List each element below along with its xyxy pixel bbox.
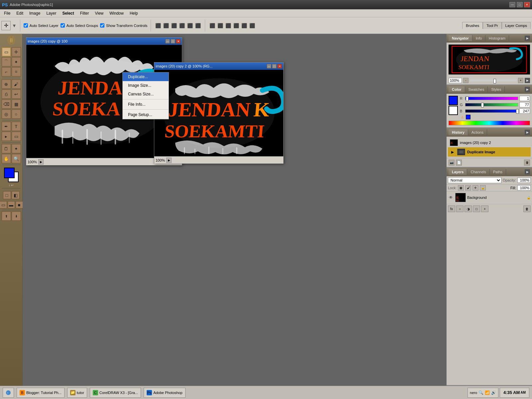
ctx-page-setup[interactable]: Page Setup...: [123, 110, 169, 119]
paths-tab[interactable]: Paths: [490, 169, 506, 175]
nav-expand-btn2[interactable]: ▶: [525, 78, 530, 83]
close-button[interactable]: ✕: [524, 2, 530, 7]
foreground-color-swatch[interactable]: [4, 168, 15, 178]
menu-file[interactable]: File: [1, 10, 13, 16]
rectangle-select-tool[interactable]: ▭: [2, 47, 11, 57]
align-vert-center-icon[interactable]: ⬛: [162, 22, 170, 29]
dist-bottom-icon[interactable]: ⬛: [224, 22, 232, 29]
zoom-input[interactable]: [449, 78, 462, 83]
align-right-icon[interactable]: ⬛: [194, 22, 201, 29]
heal-brush-tool[interactable]: ⊕: [2, 79, 11, 89]
standard-screen-btn[interactable]: ▭: [0, 201, 7, 208]
full-screen-btn[interactable]: ■: [16, 201, 23, 208]
ctx-file-info[interactable]: File Info...: [123, 100, 169, 109]
layer-background[interactable]: 👁 JE SO Background 🔒: [447, 192, 532, 204]
move-tool[interactable]: ✛: [12, 47, 21, 57]
tool-presets-tab[interactable]: Tool Pr: [483, 22, 501, 29]
dist-left-icon[interactable]: ⬛: [232, 22, 240, 29]
doc-2-maximize[interactable]: □: [272, 64, 277, 68]
navigator-tab[interactable]: Navigator: [449, 35, 472, 41]
delete-state-btn[interactable]: 🗑: [524, 160, 530, 166]
zoom-tool[interactable]: 🔍: [12, 154, 21, 163]
menu-image[interactable]: Image: [27, 10, 43, 16]
eraser-tool[interactable]: ⌫: [2, 99, 11, 109]
doc-1-status-btn[interactable]: ▶: [38, 159, 44, 165]
doc-2-minimize[interactable]: —: [267, 64, 271, 68]
r-slider-thumb[interactable]: [466, 96, 468, 101]
lock-paint-btn[interactable]: 🖌: [465, 185, 471, 191]
align-horiz-center-icon[interactable]: ⬛: [186, 22, 194, 29]
crop-tool[interactable]: ⌐: [2, 67, 11, 76]
menu-layer[interactable]: Layer: [44, 10, 59, 16]
extra-btn[interactable]: ⬇: [12, 211, 21, 221]
doc-2-close[interactable]: ✕: [277, 64, 282, 68]
menu-window[interactable]: Window: [107, 10, 126, 16]
menu-help[interactable]: Help: [127, 10, 141, 16]
color-tab[interactable]: Color: [449, 86, 465, 92]
menu-filter[interactable]: Filter: [77, 10, 92, 16]
notes-tool[interactable]: 🗒: [2, 144, 11, 153]
history-tab[interactable]: History: [449, 129, 468, 135]
dist-right-icon[interactable]: ⬛: [248, 22, 256, 29]
styles-tab[interactable]: Styles: [488, 86, 505, 92]
taskbar-blogger[interactable]: B Blogger: Tutorial Ph...: [17, 388, 65, 398]
magic-wand-tool[interactable]: ✦: [12, 57, 21, 66]
color-swatch[interactable]: [4, 168, 19, 182]
history-item-2[interactable]: ▶ Duplicate Image: [448, 147, 531, 157]
show-transform-checkbox[interactable]: [100, 23, 104, 28]
new-layer-btn[interactable]: +: [481, 205, 488, 212]
doc-1-close[interactable]: ✕: [176, 39, 181, 44]
background-color-preview[interactable]: [449, 106, 458, 115]
hand-tool[interactable]: ✋: [2, 154, 11, 163]
align-left-icon[interactable]: ⬛: [178, 22, 186, 29]
blur-tool[interactable]: ◎: [2, 109, 11, 119]
gradient-tool[interactable]: ▦: [12, 99, 21, 109]
taskbar-coreldraw[interactable]: C CorelDRAW X3 - [Gra...: [90, 388, 141, 398]
align-bottom-icon[interactable]: ⬛: [170, 22, 178, 29]
lock-transparency-btn[interactable]: ▦: [458, 185, 464, 191]
blend-mode-select[interactable]: Normal: [448, 177, 501, 183]
taskbar-photoshop[interactable]: Ps Adobe Photoshop: [144, 388, 185, 398]
dist-vert-icon[interactable]: ⬛: [216, 22, 224, 29]
history-expand-btn[interactable]: ▶: [525, 130, 530, 135]
g-slider-thumb[interactable]: [481, 103, 484, 107]
r-value-input[interactable]: 1: [519, 96, 530, 101]
swatches-tab[interactable]: Swatches: [465, 86, 488, 92]
ctx-image-size[interactable]: Image Size...: [123, 81, 169, 90]
adjustment-layer-btn[interactable]: ◑: [465, 205, 472, 212]
histogram-tab[interactable]: Histogram: [485, 35, 509, 41]
layers-expand-btn[interactable]: ▶: [525, 169, 530, 175]
r-slider-track[interactable]: [465, 97, 518, 100]
layer-styles-btn[interactable]: fx: [448, 205, 455, 212]
history-brush-tool[interactable]: ↩: [12, 89, 21, 99]
doc-1-minimize[interactable]: —: [165, 39, 170, 44]
pen-tool[interactable]: ✒: [2, 122, 11, 131]
ctx-duplicate[interactable]: Duplicate...: [123, 72, 169, 81]
color-spectrum-bar[interactable]: [449, 121, 530, 125]
taskbar-tutor[interactable]: 📁 tutor: [67, 388, 87, 398]
menu-edit[interactable]: Edit: [14, 10, 26, 16]
layer-comps-tab[interactable]: Layer Comps: [502, 22, 531, 29]
g-slider-track[interactable]: [465, 103, 518, 106]
standard-mode-btn[interactable]: □: [3, 191, 11, 199]
eyedropper-tool[interactable]: ✦: [12, 144, 21, 153]
navigator-expand-btn[interactable]: ▶: [525, 36, 530, 41]
color-expand-btn[interactable]: ▶: [525, 87, 530, 92]
zoom-slider[interactable]: [470, 79, 517, 81]
dist-top-icon[interactable]: ⬛: [208, 22, 216, 29]
actions-tab[interactable]: Actions: [468, 129, 487, 135]
minimize-button[interactable]: —: [509, 2, 515, 7]
b-value-input[interactable]: 247: [519, 108, 530, 114]
taskbar-arrow[interactable]: ↑: [3, 388, 14, 398]
doc-1-maximize[interactable]: □: [171, 39, 175, 44]
align-top-icon[interactable]: ⬛: [154, 22, 162, 29]
full-screen-menu-btn[interactable]: ▬: [8, 201, 15, 208]
dodge-tool[interactable]: ○: [12, 109, 21, 119]
move-tool-btn[interactable]: ✛: [1, 21, 11, 30]
zoom-plus-btn[interactable]: +: [518, 78, 523, 83]
menu-view[interactable]: View: [92, 10, 106, 16]
foreground-color-preview[interactable]: [449, 96, 458, 105]
b-slider-thumb[interactable]: [516, 109, 519, 114]
lasso-tool[interactable]: ⌒: [2, 57, 11, 66]
dist-horiz-icon[interactable]: ⬛: [240, 22, 248, 29]
